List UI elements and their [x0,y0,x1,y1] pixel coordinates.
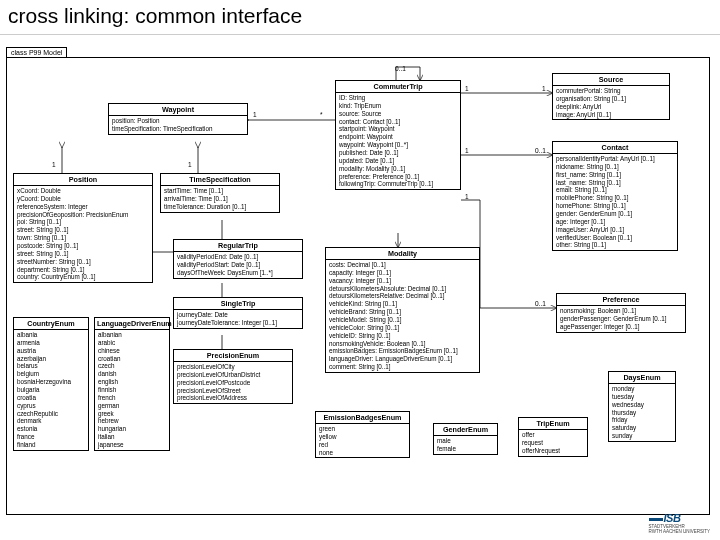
attr: referenceSystem: Integer [17,203,149,211]
attr: first_name: String [0..1] [556,171,674,179]
class-position: Position xCoord: Double yCoord: Double r… [13,173,153,283]
class-title: TimeSpecification [161,174,279,186]
attr: postcode: String [0..1] [17,242,149,250]
attr: saturday [612,424,672,432]
class-attrs: albania armenia austria azerbaijan belar… [14,330,88,450]
multiplicity: 1 [52,161,56,168]
class-timespec: TimeSpecification startTime: Time [0..1]… [160,173,280,213]
attr: nickname: String [0..1] [556,163,674,171]
attr: german [98,402,166,410]
logo-dash-icon [649,518,663,521]
attr: arabic [98,339,166,347]
attr: precisionOfGeoposition: PrecisionEnum [17,211,149,219]
attr: personalIdentityPortal: AnyUrl [0..1] [556,155,674,163]
attr: image: AnyUrl [0..1] [556,111,666,119]
attr: greek [98,410,166,418]
attr: preference: Preference [0..1] [339,173,457,181]
attr: vehicleKind: String [0..1] [329,300,476,308]
attr: country: CountryEnum [0..1] [17,273,149,281]
attr: last_name: String [0..1] [556,179,674,187]
class-attrs: journeyDate: Date journeyDateTolerance: … [174,310,302,328]
attr: croatia [17,394,85,402]
attr: daysOfTheWeek: DaysEnum [1..*] [177,269,299,277]
attr: mobilePhone: String [0..1] [556,194,674,202]
class-attrs: ID: String kind: TripEnum source: Source… [336,93,460,189]
attr: green [319,425,406,433]
attr: nonsmoking: Boolean [0..1] [560,307,682,315]
class-waypoint: Waypoint position: Position timeSpecific… [108,103,248,135]
attr: timeTolerance: Duration [0..1] [164,203,276,211]
attr: italian [98,433,166,441]
class-title: EmissionBadgesEnum [316,412,409,424]
attr: position: Position [112,117,244,125]
attr: poi: String [0..1] [17,218,149,226]
class-title: RegularTrip [174,240,302,252]
class-attrs: albanian arabic chinese croatian czech d… [95,330,169,450]
class-modality: Modality costs: Decimal [0..1] capacity:… [325,247,480,373]
class-attrs: nonsmoking: Boolean [0..1] genderPasseng… [557,306,685,332]
attr: startTime: Time [0..1] [164,187,276,195]
attr: contact: Contact [0..1] [339,118,457,126]
logo-subtext: RWTH AACHEN UNIVERSITY [649,529,710,534]
class-title: CountryEnum [14,318,88,330]
attr: english [98,378,166,386]
diagram-canvas: class P99 Model Waypoint position: Posit… [0,35,720,525]
attr: austria [17,347,85,355]
attr: belarus [17,362,85,370]
class-attrs: monday tuesday wednesday thursday friday… [609,384,675,441]
attr: followingTrip: CommuterTrip [0..1] [339,180,457,188]
attr: vehicleModel: String [0..1] [329,316,476,324]
multiplicity: 1 [253,111,257,118]
attr: nonsmokingVehicle: Boolean [0..1] [329,340,476,348]
attr: estonia [17,425,85,433]
class-preference: Preference nonsmoking: Boolean [0..1] ge… [556,293,686,333]
multiplicity: 1 [542,85,546,92]
attr: finnish [98,386,166,394]
attr: armenia [17,339,85,347]
class-source: Source commuterPortal: String organisati… [552,73,670,120]
class-title: GenderEnum [434,424,497,436]
logo-text: ISB [664,512,681,524]
attr: cyprus [17,402,85,410]
attr: hebrew [98,417,166,425]
attr: monday [612,385,672,393]
attr: detoursKilometersRelative: Decimal [0..1… [329,292,476,300]
class-tripenum: TripEnum offer request offerNrequest [518,417,588,457]
class-precisionenum: PrecisionEnum precisionLevelOfCity preci… [173,349,293,404]
class-attrs: offer request offerNrequest [519,430,587,456]
attr: belgium [17,370,85,378]
attr: croatian [98,355,166,363]
attr: other: String [0..1] [556,241,674,249]
attr: yCoord: Double [17,195,149,203]
class-title: SingleTrip [174,298,302,310]
attr: vehicleBrand: String [0..1] [329,308,476,316]
attr: wednesday [612,401,672,409]
attr: offer [522,431,584,439]
attr: precisionLevelOfCity [177,363,289,371]
class-contact: Contact personalIdentityPortal: AnyUrl [… [552,141,678,251]
class-daysenum: DaysEnum monday tuesday wednesday thursd… [608,371,676,442]
attr: red [319,441,406,449]
attr: bulgaria [17,386,85,394]
attr: comment: String [0..1] [329,363,476,371]
class-title: Preference [557,294,685,306]
attr: tuesday [612,393,672,401]
class-singletrip: SingleTrip journeyDate: Date journeyDate… [173,297,303,329]
isb-logo: ISB STADTVERKEHR RWTH AACHEN UNIVERSITY [649,512,710,534]
attr: vehicleColor: String [0..1] [329,324,476,332]
attr: validityPeriodEnd: Date [0..1] [177,253,299,261]
attr: finland [17,441,85,449]
attr: bosniaHerzegovina [17,378,85,386]
class-title: Contact [553,142,677,154]
multiplicity: 1 [188,161,192,168]
attr: precisionLevelOfAddress [177,394,289,402]
multiplicity: 0..1 [535,147,546,154]
attr: offerNrequest [522,447,584,455]
class-title: CommuterTrip [336,81,460,93]
multiplicity: 1 [465,193,469,200]
attr: updated: Date [0..1] [339,157,457,165]
attr: denmark [17,417,85,425]
attr: homePhone: String [0..1] [556,202,674,210]
attr: france [17,433,85,441]
slide-title: cross linking: common interface [0,0,720,35]
